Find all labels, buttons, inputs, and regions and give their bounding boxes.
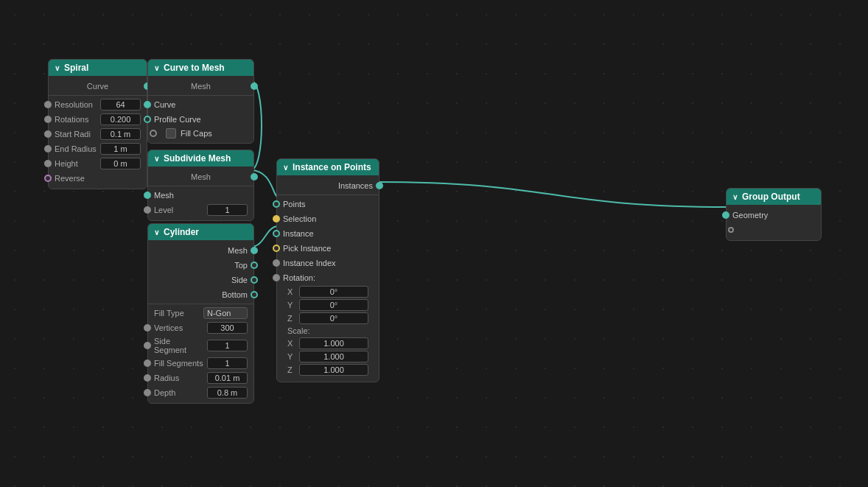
- spiral-height-socket[interactable]: [44, 160, 52, 167]
- spiral-rotations-socket[interactable]: [44, 116, 52, 123]
- iop-scale-z-row: Z 1.000: [277, 363, 379, 379]
- sm-mesh-in-socket[interactable]: [144, 192, 151, 199]
- go-geometry-row: Geometry: [727, 208, 821, 223]
- cyl-mesh-out-socket[interactable]: [251, 247, 258, 254]
- cyl-depth-field[interactable]: 0.8 m: [207, 387, 248, 399]
- spiral-reverse-socket[interactable]: [44, 175, 52, 182]
- cyl-radius-label: Radius: [154, 374, 204, 382]
- spiral-end-radius-row: End Radius 1 m: [49, 141, 147, 156]
- iop-scale-y-row: Y 1.000: [277, 350, 379, 363]
- group-output-chevron[interactable]: ∨: [732, 193, 738, 201]
- cyl-fillseg-socket[interactable]: [144, 360, 151, 367]
- iop-points-label: Points: [283, 200, 306, 209]
- cyl-depth-row: Depth 0.8 m: [148, 385, 253, 400]
- iop-selection-label: Selection: [283, 214, 316, 223]
- cyl-sideseg-socket[interactable]: [144, 342, 151, 349]
- cyl-bottom-label: Bottom: [222, 290, 248, 299]
- iop-scale-y-field[interactable]: 1.000: [299, 351, 368, 362]
- spiral-end-radius-socket[interactable]: [44, 145, 52, 153]
- cyl-sideseg-field[interactable]: 1: [207, 340, 248, 351]
- spiral-height-field[interactable]: 0 m: [100, 158, 141, 169]
- cyl-fillseg-field[interactable]: 1: [207, 357, 248, 369]
- cyl-vertices-row: Vertices 300: [148, 320, 253, 335]
- cyl-sideseg-row: Side Segment 1: [148, 335, 253, 356]
- iop-header: ∨ Instance on Points: [277, 159, 379, 175]
- cyl-top-socket[interactable]: [251, 262, 258, 269]
- iop-scale-z-field[interactable]: 1.000: [299, 364, 368, 376]
- iop-selection-row: Selection: [277, 211, 379, 226]
- iop-rot-y-row: Y 0°: [277, 298, 379, 312]
- cylinder-chevron[interactable]: ∨: [154, 228, 159, 237]
- iop-index-socket[interactable]: [273, 259, 280, 267]
- cyl-filltype-select[interactable]: N-Gon: [203, 307, 248, 319]
- iop-rot-y-axis: Y: [287, 301, 296, 309]
- group-output-header: ∨ Group Output: [727, 189, 821, 205]
- cyl-radius-row: Radius 0.01 m: [148, 371, 253, 385]
- iop-selection-socket[interactable]: [273, 215, 280, 223]
- spiral-header: ∨ Spiral: [49, 60, 147, 76]
- sm-mesh-out-socket[interactable]: [251, 173, 258, 181]
- iop-pick-socket[interactable]: [273, 245, 280, 252]
- cyl-vertices-field[interactable]: 300: [207, 322, 248, 334]
- iop-pick-label: Pick Instance: [283, 244, 331, 253]
- subdivide-mesh-chevron[interactable]: ∨: [154, 155, 159, 163]
- iop-rot-z-axis: Z: [287, 314, 296, 323]
- spiral-resolution-label: Resolution: [55, 100, 97, 109]
- ctm-profile-socket[interactable]: [144, 116, 151, 123]
- spiral-start-radi-field[interactable]: 0.1 m: [100, 128, 141, 140]
- sm-level-row: Level 1: [148, 203, 253, 217]
- curve-to-mesh-chevron[interactable]: ∨: [154, 64, 159, 72]
- ctm-fillcaps-checkbox[interactable]: [166, 128, 176, 139]
- cyl-bottom-socket[interactable]: [251, 291, 258, 298]
- sm-level-field[interactable]: 1: [207, 204, 248, 216]
- spiral-chevron[interactable]: ∨: [55, 64, 60, 72]
- cyl-depth-socket[interactable]: [144, 389, 151, 396]
- iop-instances-out-socket[interactable]: [376, 182, 383, 189]
- cyl-vertices-socket[interactable]: [144, 324, 151, 332]
- ctm-fillcaps-socket[interactable]: [150, 130, 157, 137]
- spiral-end-radius-label: End Radius: [55, 144, 97, 153]
- sm-mesh-out-label: Mesh: [148, 169, 253, 184]
- spiral-end-radius-field[interactable]: 1 m: [100, 143, 141, 155]
- spiral-start-radi-row: Start Radi 0.1 m: [49, 127, 147, 141]
- iop-chevron[interactable]: ∨: [283, 164, 288, 172]
- iop-rot-x-field[interactable]: 0°: [299, 286, 368, 298]
- go-extra-socket[interactable]: [728, 227, 734, 233]
- iop-scale-header: Scale:: [277, 325, 379, 337]
- subdivide-mesh-header: ∨ Subdivide Mesh: [148, 150, 253, 167]
- cyl-radius-field[interactable]: 0.01 m: [207, 372, 248, 384]
- iop-instance-row: Instance: [277, 226, 379, 241]
- iop-title: Instance on Points: [293, 162, 371, 172]
- go-geometry-socket[interactable]: [722, 211, 729, 219]
- iop-instance-socket[interactable]: [273, 230, 280, 237]
- spiral-resolution-socket[interactable]: [44, 101, 52, 108]
- iop-rot-y-field[interactable]: 0°: [299, 299, 368, 311]
- cylinder-title: Cylinder: [164, 227, 199, 237]
- iop-rot-x-row: X 0°: [277, 285, 379, 298]
- spiral-rotations-field[interactable]: 0.200: [100, 113, 141, 125]
- cyl-side-socket[interactable]: [251, 276, 258, 284]
- iop-scale-x-field[interactable]: 1.000: [299, 337, 368, 349]
- spiral-height-label: Height: [55, 159, 97, 168]
- iop-rotation-socket[interactable]: [273, 274, 280, 281]
- iop-rot-z-field[interactable]: 0°: [299, 312, 368, 324]
- cyl-radius-socket[interactable]: [144, 374, 151, 382]
- iop-scale-x-row: X 1.000: [277, 337, 379, 350]
- ctm-fillcaps-row: Fill Caps: [148, 127, 253, 140]
- ctm-mesh-out-socket[interactable]: [251, 83, 258, 90]
- ctm-curve-in-socket[interactable]: [144, 101, 151, 108]
- cyl-fillseg-row: Fill Segments 1: [148, 356, 253, 371]
- iop-scale-z-axis: Z: [287, 365, 296, 374]
- cyl-mesh-out-label: Mesh: [228, 246, 248, 255]
- spiral-resolution-field[interactable]: 64: [100, 99, 141, 111]
- spiral-start-radi-socket[interactable]: [44, 130, 52, 138]
- curve-to-mesh-node: ∨ Curve to Mesh Mesh Curve Profile Curve…: [147, 59, 254, 144]
- iop-rotation-header-row: Rotation:: [277, 270, 379, 285]
- iop-rot-x-axis: X: [287, 287, 296, 296]
- iop-rot-z-row: Z 0°: [277, 312, 379, 325]
- cyl-fillseg-label: Fill Segments: [154, 359, 204, 368]
- spiral-rotations-row: Rotations 0.200: [49, 112, 147, 127]
- cyl-top-out-row: Top: [148, 258, 253, 273]
- sm-level-socket[interactable]: [144, 206, 151, 214]
- iop-points-socket[interactable]: [273, 200, 280, 208]
